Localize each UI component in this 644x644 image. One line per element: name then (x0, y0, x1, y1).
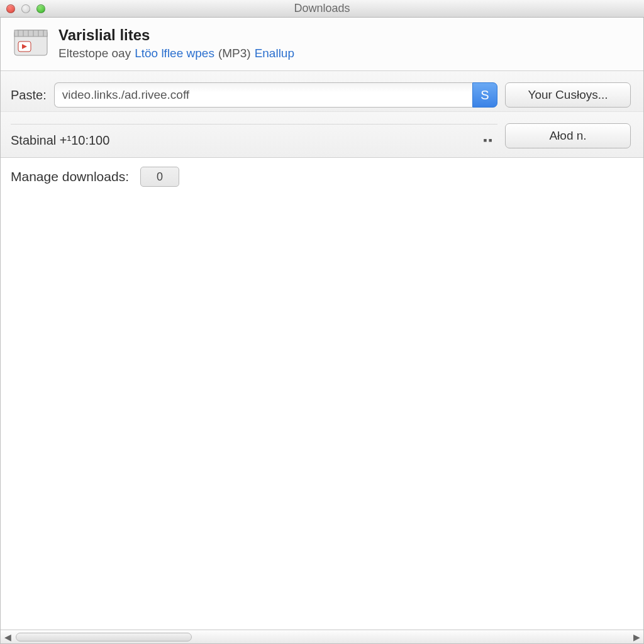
app-subtitle: Eltestope oay Ltöo lflee wpes (MP3) Enal… (58, 47, 294, 60)
horizontal-scrollbar: ◀ ▶ (1, 630, 643, 643)
status-text: Stabinal +¹10:100 (11, 133, 109, 148)
download-count: 0 (140, 167, 179, 187)
close-window-button[interactable] (6, 4, 15, 13)
scroll-right-arrow-icon[interactable]: ▶ (630, 630, 643, 644)
manage-row: Manage downloads: 0 (1, 158, 643, 196)
window-titlebar: Downloads (0, 0, 644, 18)
url-input[interactable] (54, 82, 472, 108)
scrollbar-track[interactable] (16, 632, 628, 642)
svg-rect-1 (14, 30, 47, 36)
app-name: Varislial lites (58, 26, 294, 44)
add-button[interactable]: Ałod n. (505, 123, 631, 148)
traffic-lights (6, 4, 45, 13)
minimize-window-button[interactable] (21, 4, 30, 13)
app-titles: Varislial lites Eltestope oay Ltöo lflee… (58, 26, 294, 60)
status-left: Stabinal +¹10:100 ▪▪ (11, 124, 497, 148)
subtitle-link-1[interactable]: Ltöo lflee wpes (135, 47, 214, 60)
custom-settings-button[interactable]: Your Cusłoys... (505, 82, 631, 108)
paste-label: Paste: (11, 88, 47, 103)
manage-label: Manage downloads: (11, 169, 129, 184)
scrollbar-thumb[interactable] (16, 633, 192, 641)
url-go-button[interactable]: S (472, 82, 497, 108)
app-header: Varislial lites Eltestope oay Ltöo lflee… (1, 18, 643, 71)
status-more-icon[interactable]: ▪▪ (483, 134, 494, 147)
app-icon (12, 26, 50, 60)
zoom-window-button[interactable] (36, 4, 45, 13)
window-body: Varislial lites Eltestope oay Ltöo lflee… (0, 18, 644, 644)
status-row: Stabinal +¹10:100 ▪▪ Ałod n. (1, 112, 643, 158)
scroll-left-arrow-icon[interactable]: ◀ (1, 630, 14, 644)
subtitle-text-2: (MP3) (218, 47, 251, 60)
window-title: Downloads (0, 2, 644, 15)
subtitle-link-3[interactable]: Enallup (255, 47, 294, 60)
url-input-group: S (54, 82, 497, 108)
subtitle-text-0: Eltestope oay (58, 47, 131, 60)
downloads-list (1, 196, 643, 630)
paste-row: Paste: S Your Cusłoys... (1, 71, 643, 112)
